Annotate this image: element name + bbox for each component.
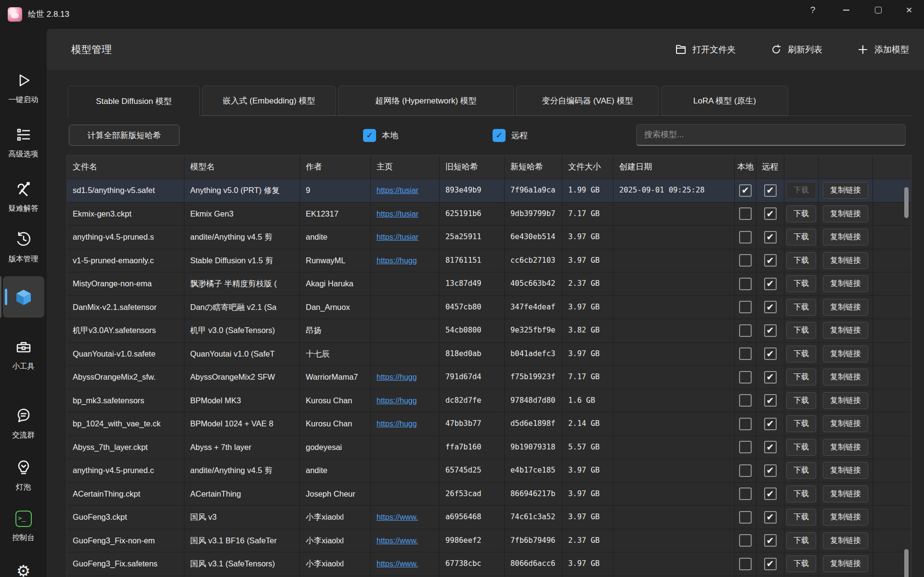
sidebar-item-community[interactable]: 交流群 [0,407,47,440]
download-button[interactable]: 下载 [786,369,816,385]
homepage-link[interactable]: https://tusiar [377,233,418,241]
homepage-link[interactable]: https://tusiar [377,186,418,194]
homepage-link[interactable]: https://hugg [377,256,417,265]
homepage-link[interactable]: https://www. [377,560,418,568]
copy-link-button[interactable]: 复制链接 [823,229,868,245]
local-checkbox[interactable] [739,324,752,337]
copy-link-button[interactable]: 复制链接 [823,439,868,456]
local-checkbox[interactable] [739,254,752,267]
tab-lora[interactable]: LoRA 模型 (原生) [661,86,788,115]
maximize-button[interactable] [871,3,885,17]
table-row[interactable]: anything-v4.5-pruned.candite/Anything v4… [67,459,911,483]
table-row[interactable]: sd1.5/anything-v5.safetAnything v5.0 (PR… [67,179,911,203]
table-row[interactable]: GuoFeng3_Fix.safetens国风 v3.1 (SafeTensor… [67,552,911,576]
minimize-button[interactable] [839,3,853,17]
sidebar-item-settings[interactable]: ⚙ 设置 [0,563,47,577]
add-model-button[interactable]: 添加模型 [857,44,909,55]
table-row[interactable]: GuoFeng3_Fix-non-em国风 v3.1 BF16 (SafeTer… [67,529,911,553]
remote-checkbox[interactable]: ✔ [764,278,777,290]
local-checkbox[interactable] [739,534,752,547]
copy-link-button[interactable]: 复制链接 [823,462,868,479]
search-input[interactable] [636,124,906,146]
download-button[interactable]: 下载 [786,486,816,502]
tab-embedding[interactable]: 嵌入式 (Embedding) 模型 [202,86,336,115]
table-row[interactable]: DanMix-v2.1.safetensorDanの瞎寄吧融 v2.1 (SaD… [67,296,911,320]
download-button[interactable]: 下载 [786,346,816,362]
remote-checkbox[interactable]: ✔ [764,231,777,244]
download-button[interactable]: 下载 [786,229,816,245]
table-row[interactable]: bp_1024_with_vae_te.ckBPModel 1024 + VAE… [67,412,911,436]
remote-checkbox[interactable]: ✔ [764,347,777,360]
tab-stable-diffusion[interactable]: Stable Diffusion 模型 [68,86,200,116]
homepage-link[interactable]: https://hugg [377,397,417,405]
download-button[interactable]: 下载 [786,462,816,479]
download-button[interactable]: 下载 [786,392,816,409]
download-button[interactable]: 下载 [786,322,816,339]
copy-link-button[interactable]: 复制链接 [823,532,868,549]
sidebar-item-tips[interactable]: 灯泡 [0,459,47,492]
local-checkbox[interactable] [739,207,752,220]
remote-checkbox[interactable]: ✔ [764,371,777,384]
tab-vae[interactable]: 变分自编码器 (VAE) 模型 [516,86,659,115]
remote-checkbox[interactable]: ✔ [764,441,777,453]
table-row[interactable]: v1-5-pruned-emaonly.cStable Diffusion v1… [67,249,911,273]
copy-link-button[interactable]: 复制链接 [823,509,868,526]
sidebar-item-troubleshoot[interactable]: 疑难解答 [0,180,47,214]
table-row[interactable]: Abyss_7th_layer.ckptAbyss + 7th layergod… [67,436,911,460]
download-button[interactable]: 下载 [786,509,816,526]
refresh-list-button[interactable]: 刷新列表 [770,44,822,55]
compute-hash-button[interactable]: 计算全部新版短哈希 [69,125,180,146]
copy-link-button[interactable]: 复制链接 [823,555,868,572]
remote-filter-checkbox[interactable]: ✓ 远程 [493,125,528,146]
copy-link-button[interactable]: 复制链接 [823,299,868,316]
table-row[interactable]: MistyOrange-non-ema飘渺橘子 半精度剪枝版 (Akagi Ha… [67,272,911,296]
remote-checkbox[interactable]: ✔ [764,324,777,337]
copy-link-button[interactable]: 复制链接 [823,415,868,432]
local-checkbox[interactable] [739,511,752,524]
remote-checkbox[interactable]: ✔ [764,301,777,313]
table-row[interactable]: bp_mk3.safetensorsBPModel MK3Kurosu Chan… [67,389,911,413]
copy-link-button[interactable]: 复制链接 [823,205,868,222]
remote-checkbox[interactable]: ✔ [764,254,777,267]
local-checkbox[interactable] [739,347,752,360]
sidebar-item-models[interactable] [3,276,44,318]
local-checkbox[interactable]: ✔ [739,184,752,197]
table-row[interactable]: anything-v4.5-pruned.sandite/Anything v4… [67,226,911,249]
local-checkbox[interactable] [739,558,752,570]
copy-link-button[interactable]: 复制链接 [823,252,868,269]
local-checkbox[interactable] [739,371,752,384]
download-button[interactable]: 下载 [786,299,816,316]
homepage-link[interactable]: https://hugg [377,373,417,381]
download-button[interactable]: 下载 [786,252,816,269]
sidebar-item-widgets[interactable]: 小工具 [0,338,47,372]
remote-checkbox[interactable]: ✔ [764,511,777,524]
local-checkbox[interactable] [739,278,752,290]
download-button[interactable]: 下载 [786,205,816,222]
homepage-link[interactable]: https://www. [377,513,418,521]
table-row[interactable]: QuanYoutai-v1.0.safeteQuanYoutai v1.0 (S… [67,343,911,366]
table-scrollbar-thumb[interactable] [904,187,909,218]
help-button[interactable]: ? [806,3,820,17]
local-checkbox[interactable] [739,464,752,477]
local-filter-checkbox[interactable]: ✓ 本地 [363,125,398,146]
local-checkbox[interactable] [739,231,752,244]
remote-checkbox[interactable]: ✔ [764,487,777,500]
copy-link-button[interactable]: 复制链接 [823,486,868,502]
download-button[interactable]: 下载 [786,439,816,456]
remote-checkbox[interactable]: ✔ [764,464,777,477]
table-row[interactable]: Ekmix-gen3.ckptEkmix Gen3EK12317https://… [67,203,911,226]
download-button[interactable]: 下载 [786,555,816,572]
remote-checkbox[interactable]: ✔ [764,184,777,197]
table-row[interactable]: AbyssOrangeMix2_sfw.AbyssOrangeMix2 SFWW… [67,366,911,389]
close-button[interactable]: ✕ [902,3,916,17]
table-row[interactable]: 机甲v3.0AY.safetensors机甲 v3.0 (SafeTensors… [67,319,911,343]
download-button[interactable]: 下载 [786,532,816,549]
download-button[interactable]: 下载 [786,415,816,432]
remote-checkbox[interactable]: ✔ [764,558,777,570]
table-row[interactable]: ACertainThing.ckptACertainThingJoseph Ch… [67,483,911,506]
sidebar-item-launch[interactable]: 一键启动 [0,72,47,105]
copy-link-button[interactable]: 复制链接 [823,182,868,199]
download-button[interactable]: 下载 [786,275,816,292]
remote-checkbox[interactable]: ✔ [764,418,777,430]
local-checkbox[interactable] [739,441,752,453]
